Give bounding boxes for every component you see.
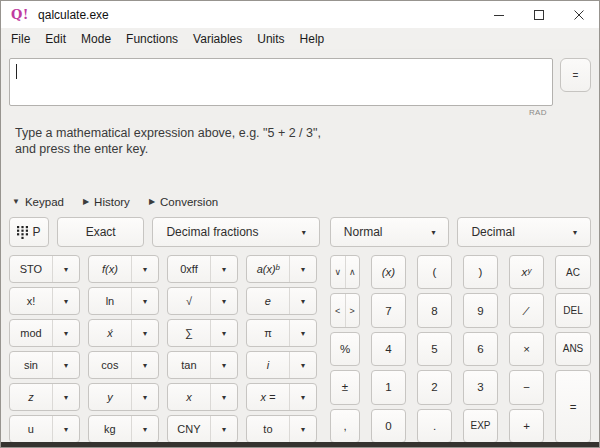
key-cursor-up-down[interactable]: ∨∧ xyxy=(330,255,360,289)
key-paren-close[interactable]: ) xyxy=(463,255,498,289)
dropdown-arrow-icon[interactable]: ▾ xyxy=(211,384,237,410)
number-base-dropdown[interactable]: Decimal ▾ xyxy=(457,217,591,247)
dropdown-arrow-icon[interactable]: ▾ xyxy=(290,384,316,410)
key-power[interactable]: xʸ xyxy=(509,255,544,289)
keypad-button-label[interactable]: to xyxy=(247,416,290,442)
dropdown-arrow-icon[interactable]: ▾ xyxy=(53,256,79,282)
keypad-button-label[interactable]: z xyxy=(10,384,53,410)
keypad-button-factorial[interactable]: x!▾ xyxy=(9,287,80,315)
keypad-button-label[interactable]: STO xyxy=(10,256,53,282)
cursor-left-right-back-icon[interactable]: < xyxy=(331,294,346,326)
keypad-button-label[interactable]: a(x)ᵇ xyxy=(247,256,290,282)
key-parentheses-x[interactable]: (x) xyxy=(371,255,406,289)
expression-input[interactable] xyxy=(9,58,553,106)
dropdown-arrow-icon[interactable]: ▾ xyxy=(290,288,316,314)
keypad-button-var-y[interactable]: y▾ xyxy=(88,383,159,411)
dropdown-arrow-icon[interactable]: ▾ xyxy=(211,416,237,442)
dropdown-arrow-icon[interactable]: ▾ xyxy=(53,320,79,346)
keypad-button-pi[interactable]: π▾ xyxy=(246,319,317,347)
key-multiply[interactable]: × xyxy=(509,332,544,366)
keypad-button-label[interactable]: ∑ xyxy=(168,320,211,346)
key-digit-4[interactable]: 4 xyxy=(371,332,406,366)
dropdown-arrow-icon[interactable]: ▾ xyxy=(132,320,158,346)
calculate-button[interactable]: = xyxy=(560,58,591,92)
key-equals[interactable]: = xyxy=(555,370,591,443)
keypad-button-label[interactable]: x xyxy=(168,384,211,410)
expander-history[interactable]: ▶History xyxy=(83,196,130,208)
dropdown-arrow-icon[interactable]: ▾ xyxy=(132,256,158,282)
cursor-up-down-back-icon[interactable]: ∨ xyxy=(331,256,346,288)
keypad-button-label[interactable]: 0xff xyxy=(168,256,211,282)
key-comma[interactable]: , xyxy=(330,409,360,443)
dropdown-arrow-icon[interactable]: ▾ xyxy=(211,288,237,314)
menu-help[interactable]: Help xyxy=(299,32,326,46)
exact-mode-button[interactable]: Exact xyxy=(57,217,145,247)
key-digit-9[interactable]: 9 xyxy=(463,293,498,327)
keypad-button-label[interactable]: kg xyxy=(89,416,132,442)
keypad-button-label[interactable]: ln xyxy=(89,288,132,314)
key-all-clear[interactable]: AC xyxy=(555,255,591,289)
keypad-button-convert-to[interactable]: to▾ xyxy=(246,415,317,443)
keypad-button-label[interactable]: e xyxy=(247,288,290,314)
dropdown-arrow-icon[interactable]: ▾ xyxy=(132,384,158,410)
keypad-button-label[interactable]: y xyxy=(89,384,132,410)
keypad-button-imaginary-i[interactable]: i▾ xyxy=(246,351,317,379)
keypad-button-tangent[interactable]: tan▾ xyxy=(167,351,238,379)
dropdown-arrow-icon[interactable]: ▾ xyxy=(132,288,158,314)
keypad-button-label[interactable]: sin xyxy=(10,352,53,378)
programming-keypad-button[interactable]: P xyxy=(9,217,49,247)
dropdown-arrow-icon[interactable]: ▾ xyxy=(132,352,158,378)
keypad-button-var-z[interactable]: z▾ xyxy=(9,383,80,411)
keypad-button-label[interactable]: x = xyxy=(247,384,290,410)
keypad-button-label[interactable]: x! xyxy=(10,288,53,314)
keypad-button-modulo[interactable]: mod▾ xyxy=(9,319,80,347)
keypad-button-function[interactable]: f(x)▾ xyxy=(88,255,159,283)
menu-units[interactable]: Units xyxy=(256,32,285,46)
key-exponent[interactable]: EXP xyxy=(463,409,498,443)
key-divide[interactable]: ∕ xyxy=(509,293,544,327)
keypad-button-sum[interactable]: ∑▾ xyxy=(167,319,238,347)
key-digit-3[interactable]: 3 xyxy=(463,370,498,404)
maximize-button[interactable] xyxy=(519,1,559,28)
fraction-mode-dropdown[interactable]: Decimal fractions ▾ xyxy=(152,217,319,247)
keypad-button-label[interactable]: i xyxy=(247,352,290,378)
dropdown-arrow-icon[interactable]: ▾ xyxy=(211,352,237,378)
keypad-button-x-equals[interactable]: x =▾ xyxy=(246,383,317,411)
keypad-button-natural-log[interactable]: ln▾ xyxy=(88,287,159,315)
key-paren-open[interactable]: ( xyxy=(417,255,452,289)
keypad-button-label[interactable]: √ xyxy=(168,288,211,314)
dropdown-arrow-icon[interactable]: ▾ xyxy=(53,384,79,410)
dropdown-arrow-icon[interactable]: ▾ xyxy=(290,320,316,346)
keypad-button-euler-e[interactable]: e▾ xyxy=(246,287,317,315)
key-digit-6[interactable]: 6 xyxy=(463,332,498,366)
dropdown-arrow-icon[interactable]: ▾ xyxy=(290,352,316,378)
display-mode-dropdown[interactable]: Normal ▾ xyxy=(330,217,450,247)
keypad-button-unit-kg[interactable]: kg▾ xyxy=(88,415,159,443)
keypad-button-label[interactable]: f(x) xyxy=(89,256,132,282)
key-digit-5[interactable]: 5 xyxy=(417,332,452,366)
dropdown-arrow-icon[interactable]: ▾ xyxy=(211,256,237,282)
key-plus[interactable]: + xyxy=(509,409,544,443)
key-digit-2[interactable]: 2 xyxy=(417,370,452,404)
dropdown-arrow-icon[interactable]: ▾ xyxy=(211,320,237,346)
dropdown-arrow-icon[interactable]: ▾ xyxy=(53,288,79,314)
dropdown-arrow-icon[interactable]: ▾ xyxy=(53,352,79,378)
keypad-button-label[interactable]: tan xyxy=(168,352,211,378)
keypad-button-cosine[interactable]: cos▾ xyxy=(88,351,159,379)
key-minus[interactable]: − xyxy=(509,370,544,404)
menu-mode[interactable]: Mode xyxy=(80,32,112,46)
key-digit-1[interactable]: 1 xyxy=(371,370,406,404)
dropdown-arrow-icon[interactable]: ▾ xyxy=(53,416,79,442)
menu-edit[interactable]: Edit xyxy=(44,32,67,46)
keypad-button-hex-input[interactable]: 0xff▾ xyxy=(167,255,238,283)
menu-functions[interactable]: Functions xyxy=(125,32,179,46)
key-digit-8[interactable]: 8 xyxy=(417,293,452,327)
keypad-button-label[interactable]: mod xyxy=(10,320,53,346)
keypad-button-label[interactable]: u xyxy=(10,416,53,442)
keypad-button-label[interactable]: CNY xyxy=(168,416,211,442)
menu-variables[interactable]: Variables xyxy=(192,32,243,46)
keypad-button-label[interactable]: π xyxy=(247,320,290,346)
dropdown-arrow-icon[interactable]: ▾ xyxy=(290,256,316,282)
keypad-button-var-x[interactable]: x▾ xyxy=(167,383,238,411)
key-decimal-point[interactable]: . xyxy=(417,409,452,443)
